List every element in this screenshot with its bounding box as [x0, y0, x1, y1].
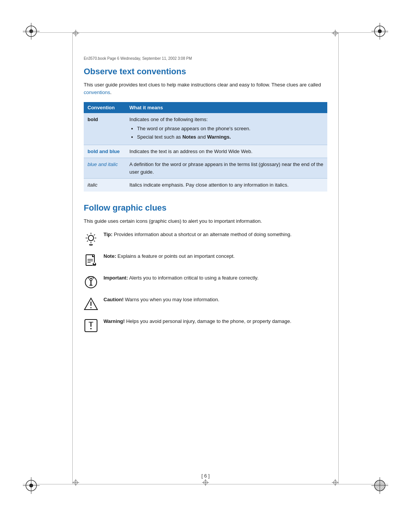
bold-bullets: The word or phrase appears on the phone'…: [137, 125, 323, 141]
clue-item-note: Note: Explains a feature or points out a…: [84, 252, 327, 269]
important-text: Important: Alerts you to information cri…: [104, 274, 327, 282]
svg-line-38: [87, 235, 88, 236]
table-row: bold and blue Indicates the text is an a…: [84, 145, 327, 158]
table-row: italic Italics indicate emphasis. Pay cl…: [84, 179, 327, 192]
clue-item-caution: Caution! Warns you when you may lose inf…: [84, 296, 327, 312]
convention-table: Convention What it means bold Indicates …: [84, 102, 327, 192]
caution-text: Caution! Warns you when you may lose inf…: [104, 296, 327, 304]
clue-item-warning: Warning! Helps you avoid personal injury…: [84, 318, 327, 334]
page: En3570.book Page 6 Wednesday, September …: [0, 0, 411, 532]
svg-line-41: [94, 235, 95, 236]
section-observe-title: Observe text conventions: [84, 67, 327, 77]
clue-item-important: Important: Alerts you to information cri…: [84, 274, 327, 291]
table-row: bold Indicates one of the following item…: [84, 113, 327, 145]
warning-text: Warning! Helps you avoid personal injury…: [104, 318, 327, 325]
meaning-cell-bold: Indicates one of the following items: Th…: [126, 113, 327, 145]
convention-cell-bold-blue: bold and blue: [84, 145, 126, 158]
svg-point-33: [88, 235, 94, 241]
svg-line-39: [94, 241, 95, 242]
svg-point-50: [94, 263, 95, 264]
note-text: Note: Explains a feature or points out a…: [104, 252, 327, 260]
meaning-cell-blue-italic: A definition for the word or phrase appe…: [126, 158, 327, 179]
important-icon: [84, 275, 100, 291]
graphic-clues-list: Tip: Provides information about a shortc…: [84, 231, 327, 334]
convention-label-bold-blue: bold and blue: [88, 149, 120, 154]
note-icon: [84, 253, 100, 269]
meaning-cell-italic: Italics indicate emphasis. Pay close att…: [126, 179, 327, 192]
section-graphic-clues-title: Follow graphic clues: [84, 203, 327, 213]
table-row: blue and italic A definition for the wor…: [84, 158, 327, 179]
tip-icon: [84, 232, 100, 247]
svg-point-60: [90, 328, 92, 329]
col-meaning-header: What it means: [126, 102, 327, 113]
crosshair-top-right: [332, 30, 339, 38]
tip-text: Tip: Provides information about a shortc…: [104, 231, 327, 238]
convention-cell-bold: bold: [84, 113, 126, 145]
caution-icon: [84, 297, 100, 312]
table-header-row: Convention What it means: [84, 102, 327, 113]
corner-mark-bl: [23, 477, 40, 494]
vline-right: [338, 32, 339, 484]
convention-label-italic: italic: [88, 182, 97, 188]
convention-label-bold: bold: [88, 117, 98, 122]
conventions-link[interactable]: conventions: [84, 89, 110, 95]
corner-mark-tl: [23, 23, 40, 40]
convention-cell-blue-italic: blue and italic: [84, 158, 126, 179]
crosshair-bottom-left: [72, 479, 79, 487]
warning-icon: [84, 318, 100, 334]
crosshair-bottom-right: [332, 479, 339, 487]
col-convention-header: Convention: [84, 102, 126, 113]
clue-item-tip: Tip: Provides information about a shortc…: [84, 231, 327, 247]
meaning-cell-bold-blue: Indicates the text is an address on the …: [126, 145, 327, 158]
section-graphic-clues-intro: This guide uses certain icons (graphic c…: [84, 217, 327, 225]
corner-mark-tr: [371, 23, 388, 40]
vline-left: [72, 32, 73, 484]
svg-point-57: [91, 307, 92, 308]
main-content: Observe text conventions This user guide…: [84, 67, 327, 475]
svg-point-52: [90, 278, 92, 281]
list-item: The word or phrase appears on the phone'…: [137, 125, 323, 133]
crosshair-bottom-center: [202, 479, 209, 487]
svg-line-40: [87, 241, 88, 242]
header-line: En3570.book Page 6 Wednesday, September …: [84, 56, 327, 61]
section-graphic-clues: Follow graphic clues This guide uses cer…: [84, 203, 327, 334]
convention-cell-italic: italic: [84, 179, 126, 192]
list-item: Special text such as Notes and Warnings.: [137, 133, 323, 141]
corner-mark-br: [371, 477, 388, 494]
section-observe: Observe text conventions This user guide…: [84, 67, 327, 192]
crosshair-top-left: [72, 30, 79, 38]
page-number: [ 6 ]: [0, 473, 411, 479]
section-observe-intro: This user guide provides text clues to h…: [84, 81, 327, 96]
convention-label-blue-italic: blue and italic: [88, 161, 118, 167]
